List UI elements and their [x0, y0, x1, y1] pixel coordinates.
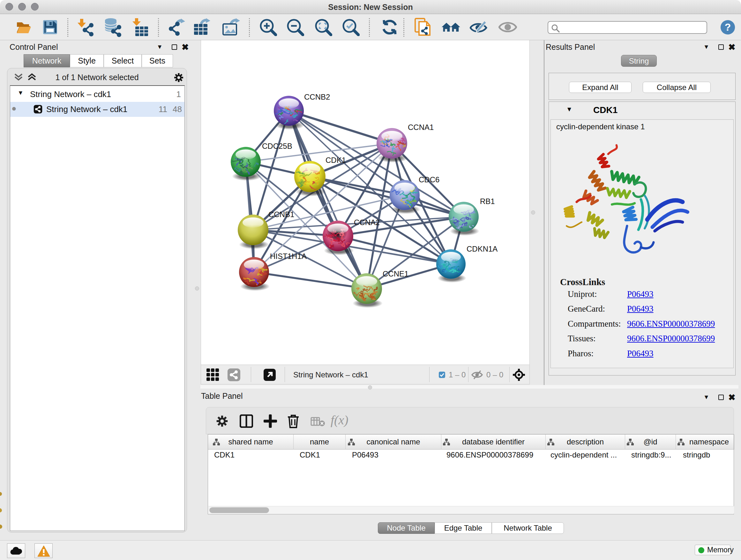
svg-text:CCNA2: CCNA2	[354, 218, 380, 227]
svg-text:CCNA1: CCNA1	[408, 123, 434, 132]
svg-text:CCNB1: CCNB1	[268, 210, 294, 219]
svg-text:HIST1H1A: HIST1H1A	[270, 252, 307, 260]
svg-text:CDC6: CDC6	[419, 175, 440, 184]
svg-text:CDC25B: CDC25B	[262, 142, 292, 150]
svg-text:?: ?	[725, 21, 731, 33]
svg-text:RB1: RB1	[480, 197, 495, 206]
svg-text:CCNB2: CCNB2	[304, 92, 330, 101]
svg-text:CDKN1A: CDKN1A	[467, 245, 497, 253]
svg-text:CDK1: CDK1	[326, 156, 346, 165]
svg-text:CCNE1: CCNE1	[383, 269, 408, 278]
